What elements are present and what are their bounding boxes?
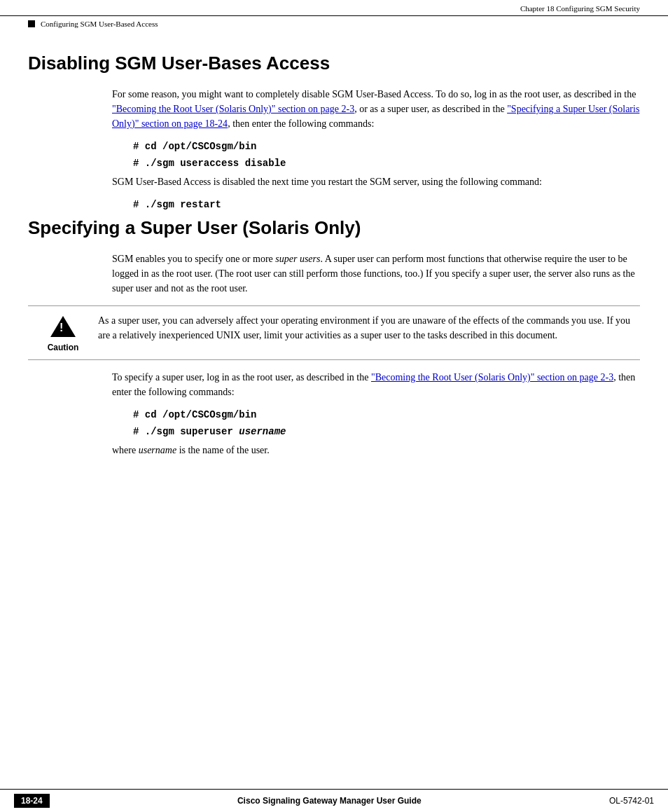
breadcrumb-icon [28, 20, 35, 27]
section1-mid-text: , or as a super user, as described in th… [354, 104, 507, 114]
page-footer: 18-24 Cisco Signaling Gateway Manager Us… [0, 789, 668, 812]
caution-icon-area: Caution [28, 313, 98, 352]
section1-end-text: , then enter the following commands: [228, 118, 374, 129]
section2-title: Specifying a Super User (Solaris Only) [28, 217, 640, 239]
section2-cmd5-prefix: # ./sgm superuser [133, 426, 239, 437]
section1-body2: SGM User-Based Access is disabled the ne… [112, 174, 640, 189]
section1-cmd2: # ./sgm useraccess disable [133, 158, 640, 169]
section2-body3-prefix: where [112, 445, 139, 455]
footer-page-number: 18-24 [14, 794, 50, 808]
section2-body2-paragraph: To specify a super user, log in as the r… [112, 370, 640, 399]
section1-title: Disabling SGM User-Bases Access [28, 53, 640, 74]
section2-body3-italic: username [139, 445, 176, 455]
footer-doc-number: OL-5742-01 [609, 796, 654, 806]
section2-intro-text: SGM enables you to specify one or more [112, 254, 275, 264]
section2-body2-start: To specify a super user, log in as the r… [112, 372, 371, 383]
breadcrumb-text: Configuring SGM User-Based Access [41, 20, 158, 28]
section2-body3-paragraph: where username is the name of the user. [112, 443, 640, 457]
page: Chapter 18 Configuring SGM Security Conf… [0, 0, 668, 812]
section2-italic-intro: super users [275, 254, 320, 264]
caution-triangle-icon [50, 316, 76, 337]
breadcrumb-bar: Configuring SGM User-Based Access [0, 16, 668, 32]
section2-intro-paragraph: SGM enables you to specify one or more s… [112, 252, 640, 296]
caution-text: As a super user, you can adversely affec… [98, 313, 640, 343]
section1-cmd3: # ./sgm restart [133, 199, 640, 210]
page-header: Chapter 18 Configuring SGM Security [0, 0, 668, 16]
section1-cmd1: # cd /opt/CSCOsgm/bin [133, 141, 640, 152]
header-chapter: Chapter 18 Configuring SGM Security [520, 4, 640, 13]
caution-box: Caution As a super user, you can adverse… [28, 305, 640, 360]
section2-cmd5-italic: username [239, 426, 286, 437]
footer-title: Cisco Signaling Gateway Manager User Gui… [237, 796, 422, 806]
section1-intro-text: For some reason, you might want to compl… [112, 89, 636, 99]
section1-intro-paragraph: For some reason, you might want to compl… [112, 87, 640, 131]
section2-cmd5: # ./sgm superuser username [133, 426, 640, 437]
main-content: Disabling SGM User-Bases Access For some… [0, 32, 668, 509]
section2-link3[interactable]: "Becoming the Root User (Solaris Only)" … [371, 372, 613, 383]
section2-body3-suffix: is the name of the user. [176, 445, 270, 455]
section1-link1[interactable]: "Becoming the Root User (Solaris Only)" … [112, 104, 354, 114]
caution-label: Caution [48, 343, 79, 352]
section2-cmd4: # cd /opt/CSCOsgm/bin [133, 409, 640, 420]
